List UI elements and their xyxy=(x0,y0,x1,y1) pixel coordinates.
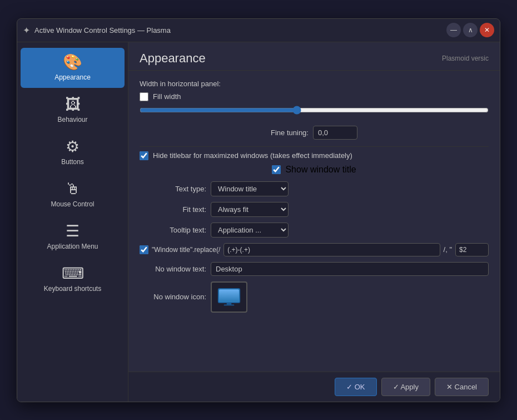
text-type-label: Text type: xyxy=(140,185,206,193)
svg-rect-2 xyxy=(219,289,239,302)
sidebar-item-mouse-control[interactable]: 🖱 Mouse Control xyxy=(21,175,125,215)
behaviour-icon: 🖼 xyxy=(65,97,81,112)
sidebar-item-keyboard-shortcuts[interactable]: ⌨ Keyboard shortcuts xyxy=(21,259,125,299)
apply-button[interactable]: ✓ Apply xyxy=(381,378,430,396)
minimize-button[interactable]: — xyxy=(446,23,461,37)
buttons-icon: ⚙ xyxy=(66,139,79,155)
app-icon: ✦ xyxy=(23,25,30,36)
content-area: 🎨 Appearance 🖼 Behaviour ⚙ Buttons 🖱 Mou… xyxy=(17,42,500,402)
text-type-select[interactable]: Window title Application name xyxy=(211,181,289,196)
hide-titlebar-checkbox[interactable] xyxy=(140,151,148,160)
show-window-title-checkbox[interactable] xyxy=(272,165,281,174)
sidebar-item-behaviour[interactable]: 🖼 Behaviour xyxy=(21,90,125,130)
main-header: Appearance Plasmoid versic xyxy=(128,42,500,71)
no-window-icon-label: No window icon: xyxy=(140,293,206,301)
sidebar-item-appearance[interactable]: 🎨 Appearance xyxy=(21,48,125,88)
titlebar: ✦ Active Window Control Settings — Plasm… xyxy=(17,19,500,42)
keyboard-shortcuts-icon: ⌨ xyxy=(62,266,84,281)
fit-text-label: Fit text: xyxy=(140,205,206,214)
no-window-icon-row: No window icon: xyxy=(140,281,489,313)
main-content: Appearance Plasmoid versic Width in hori… xyxy=(128,42,500,402)
fine-tuning-label: Fine tuning: xyxy=(271,129,309,137)
sidebar-label-buttons: Buttons xyxy=(61,158,84,166)
appearance-icon: 🎨 xyxy=(63,55,82,70)
sidebar-label-keyboard-shortcuts: Keyboard shortcuts xyxy=(44,285,101,293)
fill-width-row: Fill width xyxy=(140,92,489,101)
titlebar-left: ✦ Active Window Control Settings — Plasm… xyxy=(23,25,171,36)
sidebar-label-mouse-control: Mouse Control xyxy=(51,200,94,208)
footer: ✓ OK ✓ Apply ✕ Cancel xyxy=(128,372,500,402)
replace-value-input[interactable] xyxy=(455,243,489,256)
fill-width-label[interactable]: Fill width xyxy=(153,92,181,101)
width-slider[interactable] xyxy=(140,106,489,115)
width-label: Width in horizontal panel: xyxy=(140,80,489,88)
svg-rect-4 xyxy=(224,304,235,305)
fit-text-row: Fit text: Always fit Truncate Scroll xyxy=(140,202,489,217)
fill-width-checkbox[interactable] xyxy=(140,92,148,101)
no-window-icon-preview xyxy=(215,286,243,308)
main-window: ✦ Active Window Control Settings — Plasm… xyxy=(17,18,500,402)
svg-rect-3 xyxy=(227,303,232,304)
hide-titlebar-row: Hide titlebar for maximized windows (tak… xyxy=(140,151,489,160)
fine-tuning-row: Fine tuning: xyxy=(140,126,489,140)
fine-tuning-input[interactable] xyxy=(313,126,357,140)
slider-container xyxy=(140,106,489,117)
monitor-svg-icon xyxy=(217,288,241,307)
replace-label[interactable]: "Window title".replace(/ xyxy=(152,246,220,254)
no-window-text-row: No window text: xyxy=(140,262,489,276)
close-button[interactable]: ✕ xyxy=(480,23,494,37)
tooltip-text-row: Tooltip text: Application ... Window tit… xyxy=(140,223,489,238)
tooltip-text-select[interactable]: Application ... Window title xyxy=(211,223,289,238)
sidebar-item-application-menu[interactable]: ☰ Application Menu xyxy=(21,217,125,257)
sidebar-label-behaviour: Behaviour xyxy=(57,116,87,123)
no-window-text-input[interactable] xyxy=(211,262,489,276)
replace-checkbox[interactable] xyxy=(140,245,148,254)
page-title: Appearance xyxy=(140,51,206,66)
replace-separator: /, " xyxy=(444,245,452,254)
fit-text-select[interactable]: Always fit Truncate Scroll xyxy=(211,202,289,217)
mouse-control-icon: 🖱 xyxy=(65,181,81,197)
main-body: Width in horizontal panel: Fill width Fi… xyxy=(128,71,500,372)
no-window-icon-button[interactable] xyxy=(211,281,247,313)
tooltip-text-label: Tooltip text: xyxy=(140,226,206,234)
show-window-title-row: Show window title xyxy=(140,165,489,175)
replace-row: "Window title".replace(/ /, " xyxy=(140,243,489,256)
sidebar-label-application-menu: Application Menu xyxy=(47,243,98,250)
replace-pattern-input[interactable] xyxy=(223,243,440,256)
sidebar-item-buttons[interactable]: ⚙ Buttons xyxy=(21,132,125,172)
no-window-text-label: No window text: xyxy=(140,265,206,273)
cancel-button[interactable]: ✕ Cancel xyxy=(435,378,489,396)
hide-titlebar-label[interactable]: Hide titlebar for maximized windows (tak… xyxy=(153,151,352,160)
sidebar-label-appearance: Appearance xyxy=(54,73,91,81)
show-window-title-label[interactable]: Show window title xyxy=(285,165,356,175)
maximize-button[interactable]: ∧ xyxy=(463,23,478,37)
window-title: Active Window Control Settings — Plasma xyxy=(34,26,171,34)
application-menu-icon: ☰ xyxy=(66,224,79,239)
text-type-row: Text type: Window title Application name xyxy=(140,181,489,196)
titlebar-controls: — ∧ ✕ xyxy=(446,23,494,37)
sidebar: 🎨 Appearance 🖼 Behaviour ⚙ Buttons 🖱 Mou… xyxy=(17,42,128,402)
ok-button[interactable]: ✓ OK xyxy=(335,378,376,396)
replace-checkbox-container: "Window title".replace(/ xyxy=(140,245,220,254)
separator-1 xyxy=(140,146,489,147)
plasmoid-version: Plasmoid versic xyxy=(442,55,489,62)
